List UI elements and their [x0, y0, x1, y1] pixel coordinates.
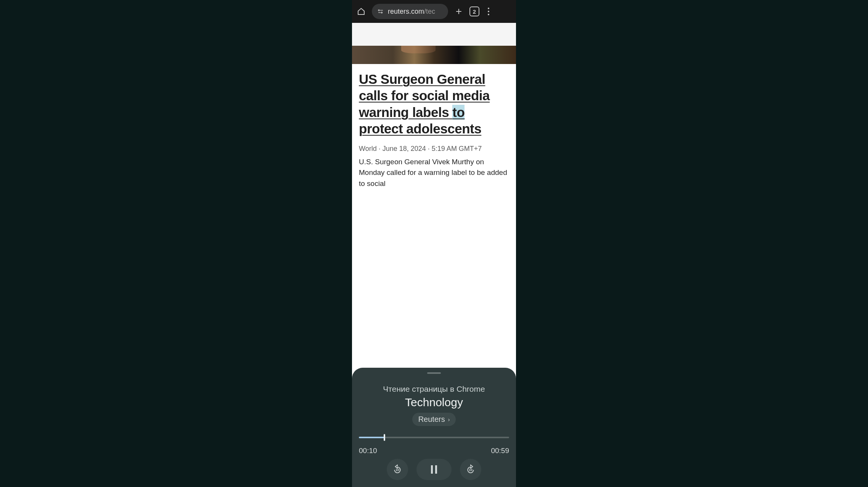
tts-active-word: to	[452, 105, 465, 120]
progress-fill	[359, 437, 384, 438]
meta-date: June 18, 2024	[383, 145, 426, 152]
forward-10-icon: 10	[466, 465, 476, 474]
article-headline[interactable]: US Surgeon General calls for social medi…	[359, 71, 509, 137]
svg-point-0	[378, 10, 379, 11]
browser-toolbar: reuters.com/tec + 2	[352, 0, 516, 23]
progress-bar[interactable]	[359, 437, 509, 438]
url-domain: reuters.com	[388, 8, 424, 16]
player-source-label: Reuters	[418, 415, 445, 424]
new-tab-icon[interactable]: +	[453, 5, 464, 18]
article-meta: World · June 18, 2024 · 5:19 AM GMT+7	[359, 145, 509, 153]
webpage-viewport[interactable]: US Surgeon General calls for social medi…	[352, 23, 516, 487]
meta-time: 5:19 AM GMT+7	[432, 145, 482, 152]
article-excerpt: U.S. Surgeon General Vivek Murthy on Mon…	[359, 157, 509, 189]
home-icon[interactable]	[356, 6, 366, 17]
player-subtitle: Чтение страницы в Chrome	[359, 384, 509, 394]
player-source-chip[interactable]: Reuters ›	[412, 413, 456, 426]
url-text: reuters.com/tec	[388, 8, 435, 16]
player-controls: 10 10	[359, 459, 509, 480]
time-total: 00:59	[491, 447, 509, 455]
article-hero-image	[352, 46, 516, 64]
page-header-blank	[352, 23, 516, 46]
url-path: /tec	[424, 8, 435, 16]
read-aloud-panel: Чтение страницы в Chrome Technology Reut…	[352, 368, 516, 487]
progress-thumb[interactable]	[384, 434, 385, 441]
overflow-menu-icon[interactable]	[485, 8, 492, 15]
time-row: 00:10 00:59	[359, 447, 509, 455]
meta-category: World	[359, 145, 377, 152]
drag-handle[interactable]	[427, 372, 441, 374]
svg-rect-6	[435, 465, 437, 474]
chevron-right-icon: ›	[448, 417, 450, 423]
player-title: Technology	[359, 396, 509, 409]
article-body: US Surgeon General calls for social medi…	[352, 64, 516, 189]
svg-rect-5	[431, 465, 433, 474]
tabs-button[interactable]: 2	[469, 6, 479, 16]
url-bar[interactable]: reuters.com/tec	[372, 4, 448, 19]
pause-button[interactable]	[416, 459, 452, 480]
phone-frame: reuters.com/tec + 2 US Surgeon General c…	[352, 0, 516, 487]
rewind-10-icon: 10	[392, 465, 402, 474]
site-settings-icon	[377, 8, 384, 15]
forward-10-button[interactable]: 10	[460, 459, 481, 480]
time-current: 00:10	[359, 447, 377, 455]
pause-icon	[430, 465, 438, 474]
svg-text:10: 10	[395, 468, 399, 472]
rewind-10-button[interactable]: 10	[387, 459, 408, 480]
tab-count: 2	[473, 8, 476, 15]
svg-text:10: 10	[469, 468, 473, 472]
svg-point-2	[381, 12, 383, 13]
